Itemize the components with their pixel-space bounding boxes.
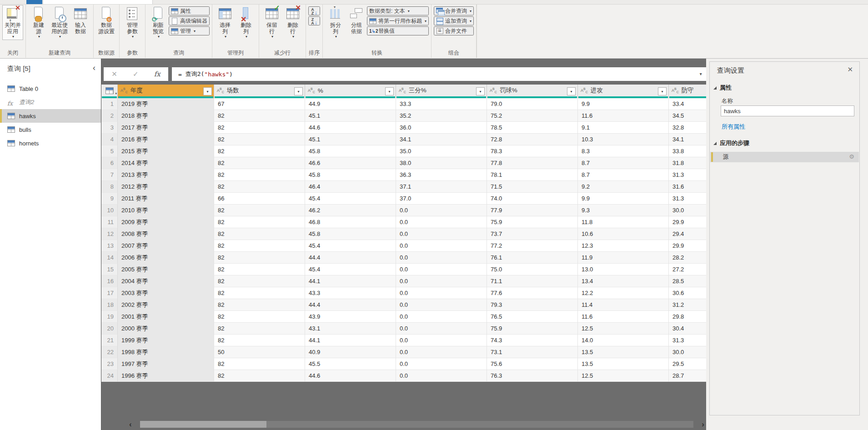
column-filter-button[interactable]: ▾ [294, 87, 303, 95]
cell[interactable]: 76.3 [487, 370, 578, 382]
cell[interactable]: 79.0 [487, 98, 578, 110]
cell[interactable]: 79.3 [487, 299, 578, 311]
cell[interactable]: 29.4 [669, 228, 707, 240]
cell[interactable]: 29.9 [669, 216, 707, 228]
cell[interactable]: 34.1 [669, 134, 707, 145]
cell[interactable]: 12.3 [578, 240, 669, 252]
cell[interactable]: 2019 赛季 [118, 98, 214, 110]
column-header-三分%[interactable]: ABC三分%▾ [396, 85, 487, 98]
cell[interactable]: 2010 赛季 [118, 205, 214, 216]
column-header-防守[interactable]: ABC防守▾ [669, 85, 707, 98]
cell[interactable]: 28.7 [669, 370, 707, 382]
cell[interactable]: 82 [214, 145, 305, 157]
分组依据-button[interactable]: 分组 依据 [346, 5, 367, 36]
cell[interactable]: 50 [214, 346, 305, 358]
cell[interactable]: 33.3 [396, 98, 487, 110]
cell[interactable]: 71.5 [487, 181, 578, 193]
cell[interactable]: 11.4 [578, 299, 669, 311]
cell[interactable]: 46.6 [305, 157, 396, 169]
cell[interactable]: 34.5 [669, 110, 707, 122]
cell[interactable]: 2005 赛季 [118, 264, 214, 275]
cell[interactable]: 2016 赛季 [118, 134, 214, 145]
column-header-罚球%[interactable]: ABC罚球%▾ [487, 85, 578, 98]
sidebar-item-hawks[interactable]: hawks [0, 109, 101, 123]
cell[interactable]: 77.2 [487, 240, 578, 252]
column-header-年度[interactable]: ABC年度▾ [118, 85, 214, 98]
cell[interactable]: 2008 赛季 [118, 228, 214, 240]
cell[interactable]: 31.6 [669, 181, 707, 193]
query-name-input[interactable] [721, 105, 854, 116]
高级编辑器-button[interactable]: 高级编辑器 [169, 16, 210, 25]
cell[interactable]: 82 [214, 323, 305, 335]
column-filter-button[interactable]: ▾ [203, 87, 212, 95]
cell[interactable]: 82 [214, 110, 305, 122]
cell[interactable]: 30.6 [669, 287, 707, 299]
cell[interactable]: 82 [214, 335, 305, 346]
cell[interactable]: 37.1 [396, 181, 487, 193]
all-properties-link[interactable]: 所有属性 [722, 123, 745, 131]
column-header-%[interactable]: ABC%▾ [305, 85, 396, 98]
applied-steps-section-header[interactable]: 应用的步骤 [713, 139, 749, 147]
cell[interactable]: 75.6 [487, 358, 578, 370]
cell[interactable]: 45.8 [305, 228, 396, 240]
cell[interactable]: 82 [214, 311, 305, 323]
cell[interactable]: 1999 赛季 [118, 335, 214, 346]
column-header-进攻[interactable]: ABC进攻▾ [578, 85, 669, 98]
cell[interactable]: 44.1 [305, 335, 396, 346]
cell[interactable]: 0.0 [396, 240, 487, 252]
cell[interactable]: 44.6 [305, 370, 396, 382]
cell[interactable]: 45.1 [305, 110, 396, 122]
cell[interactable]: 43.1 [305, 323, 396, 335]
cell[interactable]: 8.3 [578, 145, 669, 157]
cell[interactable]: 2015 赛季 [118, 145, 214, 157]
cell[interactable]: 66 [214, 193, 305, 205]
sidebar-item-hornets[interactable]: hornets [0, 136, 101, 150]
输入数据-button[interactable]: 输入 数据 [70, 5, 91, 36]
最近使用的源-button[interactable]: 最近使 用的源▾ [49, 5, 70, 40]
cell[interactable]: 45.5 [305, 358, 396, 370]
cell[interactable]: 33.8 [669, 145, 707, 157]
cell[interactable]: 40.9 [305, 346, 396, 358]
cell[interactable]: 82 [214, 134, 305, 145]
关闭并应用-button[interactable]: ✕↑关闭并 应用▾ [2, 5, 23, 40]
cell[interactable]: 2004 赛季 [118, 275, 214, 287]
cell[interactable]: 11.6 [578, 311, 669, 323]
cell[interactable]: 2002 赛季 [118, 299, 214, 311]
cell[interactable]: 2001 赛季 [118, 311, 214, 323]
cell[interactable]: 45.1 [305, 134, 396, 145]
cell[interactable]: 46.4 [305, 181, 396, 193]
scrollbar-track[interactable] [140, 421, 693, 428]
cell[interactable]: 45.8 [305, 145, 396, 157]
cell[interactable]: 72.8 [487, 134, 578, 145]
将第一行用作标题-button[interactable]: 将第一行用作标题▾ [367, 16, 429, 25]
cell[interactable]: 2013 赛季 [118, 169, 214, 181]
cancel-icon[interactable]: ✕ [111, 70, 117, 78]
cell[interactable]: 2006 赛季 [118, 252, 214, 264]
替换值-button[interactable]: 1↳2替换值 [367, 26, 429, 35]
cell[interactable]: 78.3 [487, 145, 578, 157]
cell[interactable]: 36.0 [396, 122, 487, 134]
cell[interactable]: 82 [214, 275, 305, 287]
cell[interactable]: 9.3 [578, 205, 669, 216]
cell[interactable]: 78.5 [487, 122, 578, 134]
cell[interactable]: 11.9 [578, 252, 669, 264]
cell[interactable]: 44.1 [305, 275, 396, 287]
cell[interactable]: 46.8 [305, 216, 396, 228]
cell[interactable]: 33.4 [669, 98, 707, 110]
column-filter-button[interactable]: ▾ [385, 87, 394, 95]
cell[interactable]: 67 [214, 98, 305, 110]
cell[interactable]: 82 [214, 216, 305, 228]
cell[interactable]: 0.0 [396, 216, 487, 228]
sort-az-icon[interactable]: AZ↓ [308, 6, 320, 15]
cell[interactable]: 31.2 [669, 299, 707, 311]
sidebar-item-Table 0[interactable]: Table 0 [0, 82, 101, 95]
cell[interactable]: 12.2 [578, 287, 669, 299]
table-select-all-button[interactable]: ▾ [101, 85, 118, 98]
cell[interactable]: 82 [214, 169, 305, 181]
sidebar-item-查询2[interactable]: fx查询2 [0, 95, 101, 109]
cell[interactable]: 44.9 [305, 98, 396, 110]
cell[interactable]: 31.3 [669, 169, 707, 181]
close-icon[interactable]: ✕ [847, 65, 853, 74]
cell[interactable]: 0.0 [396, 275, 487, 287]
cell[interactable]: 74.3 [487, 335, 578, 346]
